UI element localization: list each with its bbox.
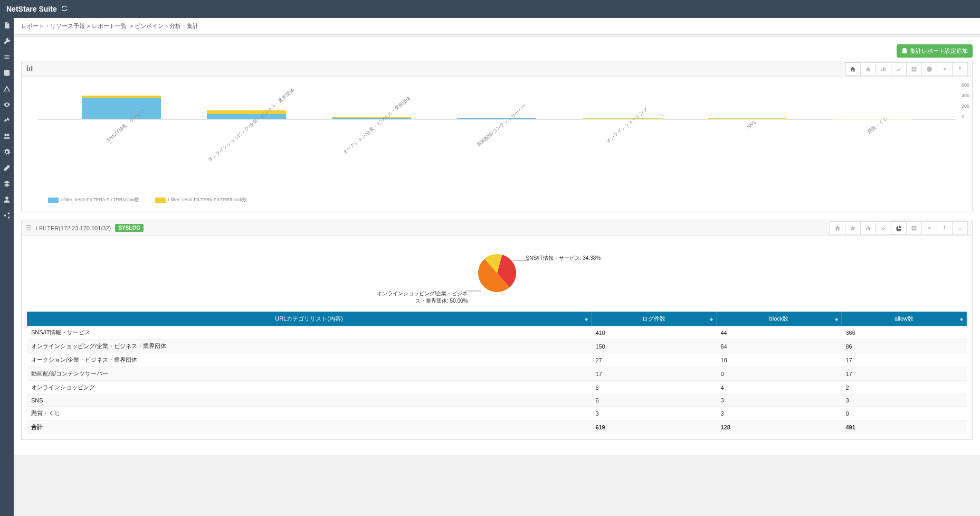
settings-icon[interactable] xyxy=(937,62,953,76)
cell-value: 3 xyxy=(841,395,966,407)
chart-toolbar-2 xyxy=(830,221,968,235)
sidebar-user-icon[interactable] xyxy=(3,195,11,204)
export-icon-2[interactable] xyxy=(937,221,953,235)
cell-value: 0 xyxy=(716,367,841,381)
cell-value: 10 xyxy=(716,353,841,367)
cell-value: 86 xyxy=(841,340,966,353)
cell-category: SNS xyxy=(27,395,591,407)
cell-category: オンラインショッピング/企業・ビジネス・業界団体 xyxy=(27,340,591,353)
cell-value: 64 xyxy=(716,340,841,353)
app-brand: NetStare Suite xyxy=(6,4,69,14)
add-report-config-label: 集計レポート設定追加 xyxy=(910,47,968,55)
cell-value: 6 xyxy=(591,395,716,407)
cell-value: 3 xyxy=(591,407,716,420)
home-icon-2[interactable] xyxy=(830,221,845,235)
home-icon[interactable] xyxy=(845,62,861,76)
sidebar-database-icon[interactable] xyxy=(3,69,11,77)
cell-category: 懸賞・くじ xyxy=(27,407,591,420)
table-row[interactable]: 動画配信/コンテンツサーバー17017 xyxy=(27,367,967,381)
cell-value: 2 xyxy=(841,381,966,395)
breadcrumb: レポート・リソース予報 > レポート一覧 > ピンポイント分析・集計 xyxy=(14,18,980,35)
panel2-title: i-FILTER(172.23.170.101/32) xyxy=(36,225,111,231)
add-report-config-button[interactable]: 集計レポート設定追加 xyxy=(897,44,973,58)
sidebar-tool-icon[interactable] xyxy=(3,116,11,125)
settings-icon-2[interactable] xyxy=(921,221,937,235)
cell-value: 150 xyxy=(591,340,716,353)
sidebar-gear-icon[interactable] xyxy=(3,148,11,156)
top-actions: 集計レポート設定追加 xyxy=(21,44,973,58)
sidebar xyxy=(0,18,14,455)
table-row[interactable]: SNS/IT情報・サービス41044366 xyxy=(27,326,967,340)
table-row[interactable]: 懸賞・くじ330 xyxy=(27,407,967,420)
pie-chart-icon[interactable] xyxy=(891,221,907,235)
th-allow-count[interactable]: allow数◆ xyxy=(841,312,966,326)
breadcrumb-1[interactable]: レポート一覧 xyxy=(92,23,127,29)
syslog-badge: SYSLOG xyxy=(115,224,144,232)
cell-value: 17 xyxy=(591,367,716,381)
th-block-count[interactable]: block数◆ xyxy=(716,312,841,326)
table-row[interactable]: オークション/企業・ビジネス・業界団体271017 xyxy=(27,353,967,367)
cell-value: 0 xyxy=(841,407,966,420)
table-row[interactable]: SNS633 xyxy=(27,395,967,407)
cell-value: 4 xyxy=(716,381,841,395)
cell-value: 3 xyxy=(716,395,841,407)
bar-chart-panel: 6004002000 SNS/IT情報・サービスオンラインショッピング/企業・ビ… xyxy=(21,61,973,212)
sidebar-list-icon[interactable] xyxy=(3,53,11,61)
sidebar-link-icon[interactable] xyxy=(3,164,11,172)
chart-toolbar-1 xyxy=(845,62,968,76)
th-category[interactable]: URLカテゴリリスト(内容)◆ xyxy=(27,312,591,326)
pie-label-left: オンラインショッピング/企業・ビジネス・業界団体: 50.00% xyxy=(373,290,468,305)
clock-icon[interactable] xyxy=(921,62,937,76)
pie-svg xyxy=(476,252,518,294)
hamburger-icon[interactable]: ☰ xyxy=(26,224,32,232)
sidebar-users-icon[interactable] xyxy=(3,132,11,140)
bar-chart-icon-2[interactable] xyxy=(860,221,876,235)
main-content: レポート・リソース予報 > レポート一覧 > ピンポイント分析・集計 集計レポー… xyxy=(14,18,980,455)
sidebar-share-icon[interactable] xyxy=(3,211,11,220)
export-icon[interactable] xyxy=(952,62,968,76)
pie-chart: SNS/IT情報・サービス: 34.38% オンラインショッピング/企業・ビジネ… xyxy=(22,236,972,306)
sidebar-document-icon[interactable] xyxy=(3,21,11,30)
cell-value: 17 xyxy=(841,353,966,367)
sidebar-eye-icon[interactable] xyxy=(3,100,11,109)
cell-value: 17 xyxy=(841,367,966,381)
pin-icon-2[interactable] xyxy=(845,221,861,235)
pin-icon[interactable] xyxy=(860,62,876,76)
sidebar-layers-icon[interactable] xyxy=(3,180,11,188)
app-title: NetStare Suite xyxy=(6,5,57,13)
cell-value: 3 xyxy=(716,407,841,420)
cell-value: 27 xyxy=(591,353,716,367)
bar-chart-icon[interactable] xyxy=(876,62,891,76)
cell-category: 動画配信/コンテンツサーバー xyxy=(27,367,591,381)
sidebar-alert-icon[interactable] xyxy=(3,85,11,93)
grid-icon[interactable] xyxy=(906,62,922,76)
recycle-icon xyxy=(60,4,69,14)
table-total-row: 合計619128491 xyxy=(27,420,967,434)
grid-icon-2[interactable] xyxy=(906,221,922,235)
cell-value: 44 xyxy=(716,326,841,340)
pie-table-panel: ☰ i-FILTER(172.23.170.101/32) SYSLOG xyxy=(21,220,973,440)
line-chart-icon[interactable] xyxy=(891,62,907,76)
breadcrumb-0[interactable]: レポート・リソース予報 xyxy=(21,23,85,29)
cell-value: 6 xyxy=(591,381,716,395)
cell-value: 410 xyxy=(591,326,716,340)
pie-label-right: SNS/IT情報・サービス: 34.38% xyxy=(526,255,601,262)
table-row[interactable]: オンラインショッピング/企業・ビジネス・業界団体1506486 xyxy=(27,340,967,353)
clipboard-icon xyxy=(901,48,908,55)
table-row[interactable]: オンラインショッピング642 xyxy=(27,381,967,395)
breadcrumb-2: ピンポイント分析・集計 xyxy=(135,23,198,29)
chart-type-icon[interactable] xyxy=(26,64,33,73)
th-log-count[interactable]: ログ件数◆ xyxy=(591,312,716,326)
data-table: URLカテゴリリスト(内容)◆ ログ件数◆ block数◆ allow数◆ SN… xyxy=(27,312,967,434)
cell-category: オークション/企業・ビジネス・業界団体 xyxy=(27,353,591,367)
cell-category: SNS/IT情報・サービス xyxy=(27,326,591,340)
bar-chart: 6004002000 SNS/IT情報・サービスオンラインショッピング/企業・ビ… xyxy=(22,77,972,212)
cell-category: オンラインショッピング xyxy=(27,381,591,395)
line-chart-icon-2[interactable] xyxy=(876,221,891,235)
topbar: NetStare Suite xyxy=(0,0,980,18)
cell-value: 366 xyxy=(841,326,966,340)
sidebar-wrench-icon[interactable] xyxy=(3,37,11,45)
download-icon[interactable] xyxy=(952,221,968,235)
